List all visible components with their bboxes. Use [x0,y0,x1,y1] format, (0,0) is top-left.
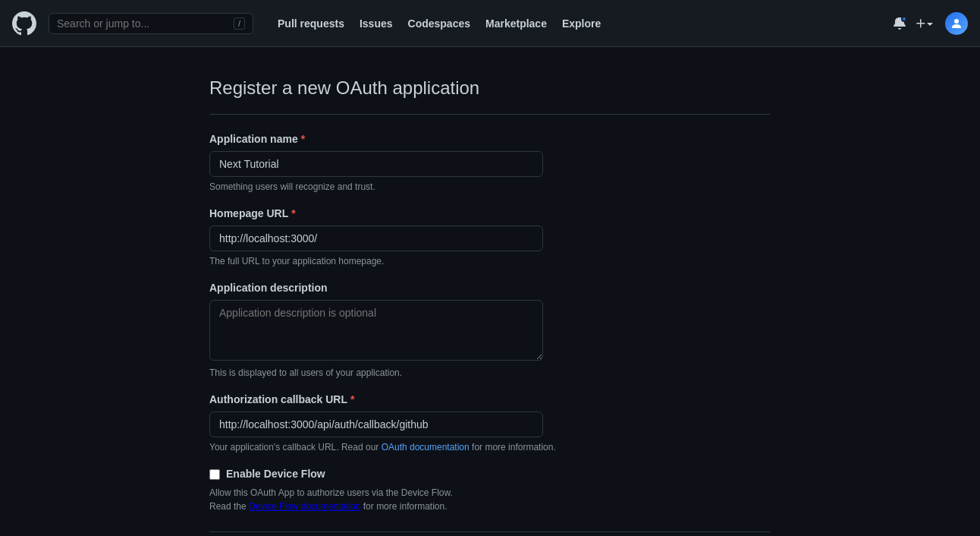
app-name-input[interactable] [209,151,543,177]
notification-dot [901,16,907,22]
main-content: Register a new OAuth application Applica… [194,47,786,536]
device-flow-checkbox[interactable] [209,469,220,480]
app-description-group: Application description This is displaye… [209,282,771,378]
app-name-group: Application name* Something users will r… [209,133,771,192]
search-input[interactable] [57,17,228,30]
github-logo[interactable] [12,11,36,36]
callback-url-required: * [350,393,354,405]
nav-explore[interactable]: Explore [556,13,607,34]
search-bar[interactable]: / [49,13,253,34]
oauth-registration-form: Application name* Something users will r… [209,133,771,536]
create-button[interactable] [915,17,936,30]
avatar[interactable] [945,12,968,35]
callback-url-group: Authorization callback URL* Your applica… [209,393,771,452]
nav-codespaces[interactable]: Codespaces [402,13,476,34]
homepage-url-group: Homepage URL* The full URL to your appli… [209,207,771,266]
main-header: / Pull requests Issues Codespaces Market… [0,0,980,47]
app-description-label: Application description [209,282,771,294]
device-flow-description: Allow this OAuth App to authorize users … [209,486,771,513]
app-name-label: Application name* [209,133,771,145]
form-bottom-divider [209,531,771,532]
homepage-url-label: Homepage URL* [209,207,771,219]
device-flow-checkbox-row: Enable Device Flow [209,468,771,480]
header-actions [894,12,968,35]
nav-issues[interactable]: Issues [353,13,399,34]
homepage-url-input[interactable] [209,225,543,251]
callback-url-input[interactable] [209,411,543,437]
main-nav: Pull requests Issues Codespaces Marketpl… [272,13,607,34]
callback-url-help: Your application's callback URL. Read ou… [209,442,771,452]
nav-marketplace[interactable]: Marketplace [479,13,553,34]
app-name-required: * [301,133,305,145]
oauth-docs-link[interactable]: OAuth documentation [382,442,470,452]
callback-url-label: Authorization callback URL* [209,393,771,405]
nav-pull-requests[interactable]: Pull requests [272,13,350,34]
title-divider [209,114,771,115]
device-flow-label[interactable]: Enable Device Flow [226,468,325,480]
search-slash-icon: / [234,17,245,30]
page-title: Register a new OAuth application [209,77,771,99]
device-flow-docs-link[interactable]: Device Flow documentation [249,501,360,512]
app-name-help: Something users will recognize and trust… [209,181,771,192]
notifications-button[interactable] [894,17,906,30]
device-flow-group: Enable Device Flow Allow this OAuth App … [209,468,771,513]
homepage-url-help: The full URL to your application homepag… [209,256,771,266]
app-description-help: This is displayed to all users of your a… [209,367,771,378]
app-description-textarea[interactable] [209,300,543,361]
homepage-url-required: * [291,207,295,219]
